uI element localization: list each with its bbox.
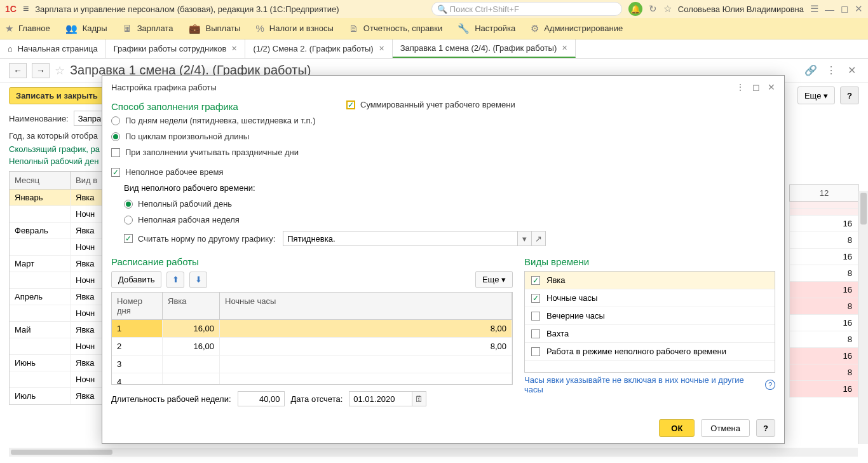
username: Соловьева Юлия Владимировна bbox=[678, 4, 804, 14]
star-icon[interactable]: ☆ bbox=[663, 3, 672, 15]
date-from-input[interactable] bbox=[349, 391, 412, 406]
strip-head: 12 bbox=[789, 184, 859, 202]
modal-close-icon[interactable]: ✕ bbox=[768, 82, 775, 92]
norm-schedule-combo[interactable]: ▾ ↗ bbox=[283, 231, 546, 246]
name-input[interactable] bbox=[74, 111, 105, 126]
main-menu: ★Главное 👥Кадры 🖩Зарплата 💼Выплаты %Нало… bbox=[0, 18, 868, 39]
close-icon[interactable]: ✕ bbox=[379, 45, 384, 53]
vertical-scrollbar[interactable] bbox=[858, 191, 868, 444]
radio-by-cycles[interactable]: По циклам произвольной длины bbox=[111, 132, 321, 141]
more-button[interactable]: Еще ▾ bbox=[797, 86, 835, 104]
day-column-12: 12 16 8 16 8 16 8 16 8 16 8 16 bbox=[789, 184, 859, 397]
tab-schedules[interactable]: Графики работы сотрудников✕ bbox=[106, 39, 246, 58]
check-parttime[interactable]: Неполное рабочее время bbox=[111, 167, 775, 177]
move-up-button[interactable]: ⬆ bbox=[166, 272, 184, 288]
time-types-list: Явка Ночные часы Вечерние часы Вахта Раб… bbox=[524, 271, 775, 373]
add-button[interactable]: Добавить bbox=[111, 271, 161, 288]
tab-home[interactable]: ⌂Начальная страница bbox=[0, 39, 106, 58]
search-input[interactable]: 🔍 Поиск Ctrl+Shift+F bbox=[431, 2, 622, 16]
modal-maximize-icon[interactable]: ◻ bbox=[752, 82, 760, 92]
table-row[interactable]: 116,008,00 bbox=[112, 320, 512, 338]
section-schedule: Расписание работы bbox=[111, 254, 513, 271]
help-icon: ? bbox=[765, 380, 775, 390]
menu-admin[interactable]: ⚙Администрирование bbox=[531, 23, 623, 34]
check-summarized[interactable]: Суммированный учет рабочего времени bbox=[346, 100, 515, 109]
minimize-icon[interactable]: — bbox=[825, 4, 834, 15]
checkbox-icon bbox=[531, 329, 540, 338]
filter-icon[interactable]: ☰ bbox=[810, 3, 818, 15]
tab-bar: ⌂Начальная страница Графики работы сотру… bbox=[0, 39, 868, 59]
norm-schedule-input[interactable] bbox=[283, 231, 518, 246]
link-icon[interactable]: 🔗 bbox=[803, 63, 818, 78]
radio-icon bbox=[111, 132, 120, 141]
favorite-icon[interactable]: ☆ bbox=[55, 64, 65, 78]
maximize-icon[interactable]: ◻ bbox=[841, 3, 848, 15]
list-item[interactable]: Ночные часы bbox=[525, 289, 775, 307]
help-button[interactable]: ? bbox=[840, 86, 859, 104]
search-icon: 🔍 bbox=[437, 4, 447, 14]
open-icon[interactable]: ↗ bbox=[532, 231, 546, 246]
people-icon: 👥 bbox=[65, 23, 78, 34]
table-row[interactable]: 216,008,00 bbox=[112, 338, 512, 356]
percent-icon: % bbox=[255, 23, 264, 34]
back-button[interactable]: ← bbox=[9, 63, 27, 78]
modal-more-icon[interactable]: ⋮ bbox=[736, 82, 745, 92]
check-holidays[interactable]: При заполнении учитывать праздничные дни bbox=[111, 148, 321, 157]
schedule-settings-modal: Настройка графика работы ⋮ ◻ ✕ Способ за… bbox=[102, 75, 785, 444]
move-down-button[interactable]: ⬇ bbox=[189, 272, 207, 288]
cancel-button[interactable]: Отмена bbox=[701, 419, 750, 437]
bell-icon[interactable]: 🔔 bbox=[628, 2, 642, 16]
check-norm-schedule[interactable]: Считать норму по другому графику: bbox=[124, 234, 275, 244]
types-hint[interactable]: Часы явки указывайте не включая в них но… bbox=[524, 375, 775, 394]
table-row[interactable]: 4 bbox=[112, 373, 512, 385]
menu-payments[interactable]: 💼Выплаты bbox=[189, 23, 241, 34]
menu-reports[interactable]: 🗎Отчетность, справки bbox=[349, 23, 442, 34]
list-item[interactable]: Вахта bbox=[525, 325, 775, 343]
home-icon: ⌂ bbox=[8, 44, 13, 53]
date-from-field[interactable]: 🗓 bbox=[349, 391, 426, 406]
week-length-input[interactable] bbox=[238, 391, 285, 406]
date-from-label: Дата отсчета: bbox=[291, 394, 343, 404]
radio-part-day[interactable]: Неполный рабочий день bbox=[124, 199, 775, 209]
checkbox-icon bbox=[531, 347, 540, 356]
name-label: Наименование: bbox=[9, 114, 69, 123]
section-time-types: Виды времени bbox=[524, 254, 775, 271]
radio-by-days[interactable]: По дням недели (пятидневка, шестидневка … bbox=[111, 116, 321, 125]
radio-part-week[interactable]: Неполная рабочая неделя bbox=[124, 215, 775, 225]
chevron-down-icon[interactable]: ▾ bbox=[518, 231, 532, 246]
save-close-button[interactable]: Записать и закрыть bbox=[9, 87, 105, 104]
list-item[interactable]: Работа в режиме неполного рабочего време… bbox=[525, 343, 775, 361]
tab-shift2[interactable]: (1/2) Смена 2. (График работы)✕ bbox=[245, 39, 392, 58]
table-row[interactable]: 3 bbox=[112, 356, 512, 373]
doc-icon: 🗎 bbox=[349, 23, 358, 34]
help-button[interactable]: ? bbox=[756, 419, 775, 437]
menu-kadry[interactable]: 👥Кадры bbox=[65, 23, 107, 34]
search-placeholder: Поиск Ctrl+Shift+F bbox=[450, 4, 519, 14]
wrench-icon: 🔧 bbox=[458, 23, 470, 34]
list-item[interactable]: Вечерние часы bbox=[525, 307, 775, 325]
col-type: Вид в bbox=[71, 172, 104, 189]
close-icon[interactable]: ✕ bbox=[231, 45, 237, 53]
close-icon[interactable]: ✕ bbox=[855, 3, 863, 15]
calendar-icon[interactable]: 🗓 bbox=[412, 391, 426, 406]
forward-button[interactable]: → bbox=[32, 63, 50, 78]
list-item[interactable]: Явка bbox=[525, 272, 775, 289]
more-button[interactable]: Еще ▾ bbox=[475, 271, 513, 288]
menu-salary[interactable]: 🖩Зарплата bbox=[123, 23, 173, 34]
tab-zapravka[interactable]: Заправка 1 смена (2/4). (График работы)✕ bbox=[393, 39, 576, 58]
close-icon[interactable]: ✕ bbox=[562, 44, 567, 52]
star-icon: ★ bbox=[5, 23, 13, 34]
menu-main[interactable]: ★Главное bbox=[5, 23, 50, 34]
title-bar: 1C ≡ Зарплата и управление персоналом (б… bbox=[0, 0, 868, 18]
parttime-type-label: Вид неполного рабочего времени: bbox=[124, 183, 775, 193]
more-icon[interactable]: ⋮ bbox=[824, 63, 839, 78]
radio-icon bbox=[124, 200, 133, 209]
menu-taxes[interactable]: %Налоги и взносы bbox=[255, 23, 333, 34]
history-icon[interactable]: ↻ bbox=[649, 3, 657, 15]
ok-button[interactable]: ОК bbox=[659, 419, 695, 437]
close-page-icon[interactable]: ✕ bbox=[844, 63, 859, 78]
burger-icon[interactable]: ≡ bbox=[23, 3, 29, 15]
horizontal-scrollbar[interactable] bbox=[9, 448, 858, 457]
col-month: Месяц bbox=[10, 172, 71, 189]
menu-settings[interactable]: 🔧Настройка bbox=[458, 23, 515, 34]
